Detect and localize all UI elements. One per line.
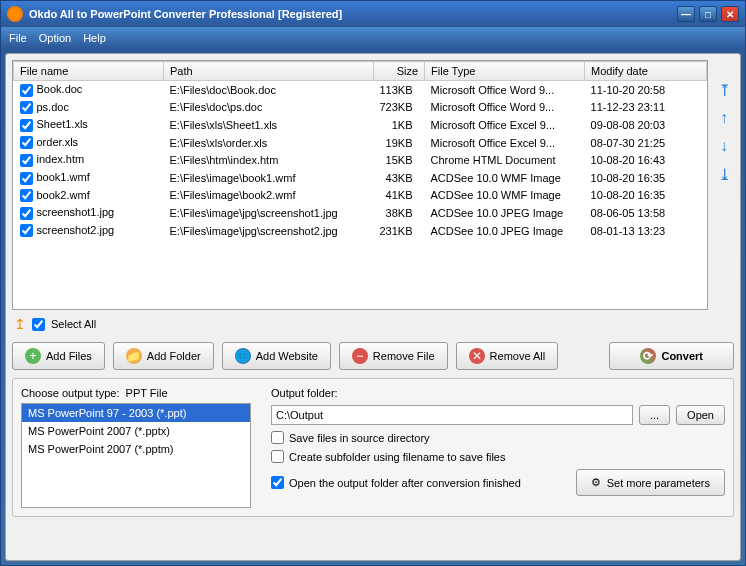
row-checkbox[interactable] xyxy=(20,172,33,185)
close-button[interactable]: ✕ xyxy=(721,6,739,22)
save-source-checkbox[interactable] xyxy=(271,431,284,444)
move-up-button[interactable]: ↑ xyxy=(714,108,734,128)
browse-button[interactable]: ... xyxy=(639,405,670,425)
folder-icon: 📁 xyxy=(126,348,142,364)
table-row[interactable]: index.htmE:\Files\htm\index.htm15KBChrom… xyxy=(14,151,707,169)
app-icon xyxy=(7,6,23,22)
titlebar: Okdo All to PowerPoint Converter Profess… xyxy=(1,1,745,27)
add-files-button[interactable]: +Add Files xyxy=(12,342,105,370)
add-folder-button[interactable]: 📁Add Folder xyxy=(113,342,214,370)
move-down-button[interactable]: ↓ xyxy=(714,136,734,156)
col-path[interactable]: Path xyxy=(164,62,374,81)
content-area: File name Path Size File Type Modify dat… xyxy=(5,53,741,561)
menu-file[interactable]: File xyxy=(9,32,27,44)
output-panel: Choose output type: PPT File MS PowerPoi… xyxy=(12,378,734,517)
reorder-buttons: ⤒ ↑ ↓ ⤓ xyxy=(714,60,734,310)
col-type[interactable]: File Type xyxy=(425,62,585,81)
row-checkbox[interactable] xyxy=(20,101,33,114)
col-filename[interactable]: File name xyxy=(14,62,164,81)
subfolder-label: Create subfolder using filename to save … xyxy=(289,451,505,463)
table-row[interactable]: Book.docE:\Files\doc\Book.doc113KBMicros… xyxy=(14,81,707,99)
add-website-button[interactable]: 🌐Add Website xyxy=(222,342,331,370)
gear-icon: ⚙ xyxy=(591,476,601,489)
table-row[interactable]: Sheet1.xlsE:\Files\xls\Sheet1.xls1KBMicr… xyxy=(14,116,707,134)
row-checkbox[interactable] xyxy=(20,207,33,220)
row-checkbox[interactable] xyxy=(20,84,33,97)
output-type-list[interactable]: MS PowerPoint 97 - 2003 (*.ppt)MS PowerP… xyxy=(21,403,251,508)
table-row[interactable]: order.xlsE:\Files\xls\order.xls19KBMicro… xyxy=(14,134,707,152)
window-title: Okdo All to PowerPoint Converter Profess… xyxy=(29,8,677,20)
table-row[interactable]: screenshot1.jpgE:\Files\image\jpg\screen… xyxy=(14,204,707,222)
subfolder-checkbox[interactable] xyxy=(271,450,284,463)
open-folder-button[interactable]: Open xyxy=(676,405,725,425)
row-checkbox[interactable] xyxy=(20,189,33,202)
action-toolbar: +Add Files 📁Add Folder 🌐Add Website −Rem… xyxy=(12,338,734,378)
output-type-label: Choose output type: PPT File xyxy=(21,387,251,399)
up-arrow-icon: ↥ xyxy=(14,316,26,332)
output-folder-label: Output folder: xyxy=(271,387,725,399)
col-size[interactable]: Size xyxy=(374,62,425,81)
remove-all-button[interactable]: ✕Remove All xyxy=(456,342,559,370)
menu-option[interactable]: Option xyxy=(39,32,71,44)
app-window: Okdo All to PowerPoint Converter Profess… xyxy=(0,0,746,566)
move-bottom-button[interactable]: ⤓ xyxy=(714,164,734,184)
list-item[interactable]: MS PowerPoint 2007 (*.pptm) xyxy=(22,440,250,458)
save-source-label: Save files in source directory xyxy=(289,432,430,444)
convert-icon: ⟳ xyxy=(640,348,656,364)
minimize-button[interactable]: — xyxy=(677,6,695,22)
row-checkbox[interactable] xyxy=(20,224,33,237)
more-parameters-button[interactable]: ⚙Set more parameters xyxy=(576,469,725,496)
menubar: File Option Help xyxy=(1,27,745,49)
file-list[interactable]: File name Path Size File Type Modify dat… xyxy=(12,60,708,310)
globe-icon: 🌐 xyxy=(235,348,251,364)
table-row[interactable]: ps.docE:\Files\doc\ps.doc723KBMicrosoft … xyxy=(14,99,707,117)
minus-icon: − xyxy=(352,348,368,364)
select-all-label: Select All xyxy=(51,318,96,330)
open-after-checkbox[interactable] xyxy=(271,476,284,489)
maximize-button[interactable]: □ xyxy=(699,6,717,22)
row-checkbox[interactable] xyxy=(20,154,33,167)
row-checkbox[interactable] xyxy=(20,119,33,132)
select-all-checkbox[interactable] xyxy=(32,318,45,331)
remove-all-icon: ✕ xyxy=(469,348,485,364)
remove-file-button[interactable]: −Remove File xyxy=(339,342,448,370)
open-after-label: Open the output folder after conversion … xyxy=(289,477,521,489)
table-row[interactable]: book1.wmfE:\Files\image\book1.wmf43KBACD… xyxy=(14,169,707,187)
table-row[interactable]: book2.wmfE:\Files\image\book2.wmf41KBACD… xyxy=(14,187,707,205)
table-row[interactable]: screenshot2.jpgE:\Files\image\jpg\screen… xyxy=(14,222,707,240)
convert-button[interactable]: ⟳Convert xyxy=(609,342,734,370)
row-checkbox[interactable] xyxy=(20,136,33,149)
output-folder-input[interactable] xyxy=(271,405,633,425)
move-top-button[interactable]: ⤒ xyxy=(714,80,734,100)
col-date[interactable]: Modify date xyxy=(585,62,707,81)
plus-icon: + xyxy=(25,348,41,364)
list-item[interactable]: MS PowerPoint 97 - 2003 (*.ppt) xyxy=(22,404,250,422)
list-item[interactable]: MS PowerPoint 2007 (*.pptx) xyxy=(22,422,250,440)
menu-help[interactable]: Help xyxy=(83,32,106,44)
